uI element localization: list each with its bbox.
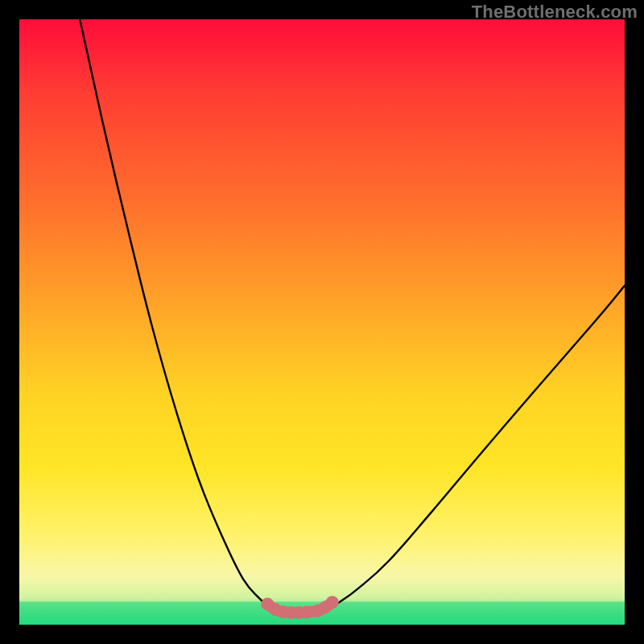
gradient-background (19, 19, 625, 625)
plot-area (19, 19, 625, 625)
watermark-text: TheBottleneck.com (472, 2, 638, 23)
bottleneck-chart (19, 19, 625, 625)
valley-marker (300, 606, 313, 619)
valley-marker (326, 596, 339, 609)
chart-frame: TheBottleneck.com (0, 0, 644, 644)
